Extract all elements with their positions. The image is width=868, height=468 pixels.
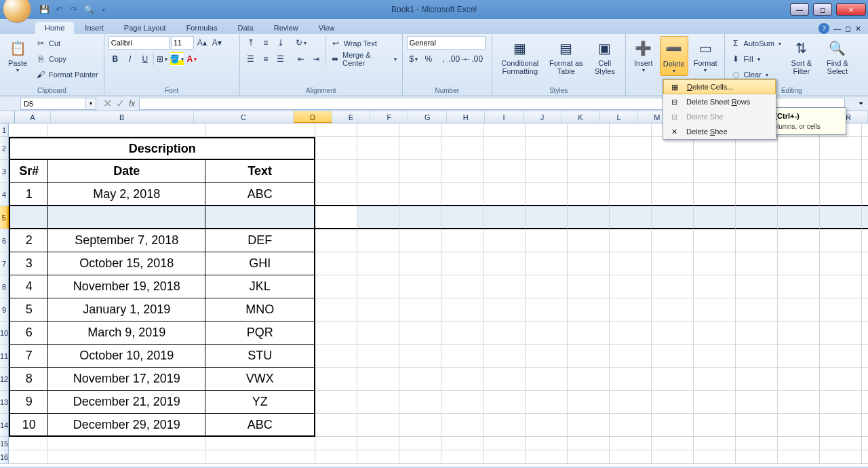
cell[interactable]: [736, 137, 778, 160]
cell[interactable]: [441, 252, 484, 275]
row-header-1[interactable]: 1: [0, 123, 9, 137]
cell[interactable]: [399, 321, 441, 345]
cell[interactable]: 6: [9, 321, 48, 345]
cell[interactable]: [568, 391, 610, 414]
underline-icon[interactable]: U: [138, 52, 152, 66]
cell[interactable]: [610, 414, 652, 437]
cell[interactable]: [315, 123, 357, 137]
cell[interactable]: [736, 275, 778, 298]
col-header-F[interactable]: F: [370, 111, 408, 123]
cell[interactable]: [48, 123, 205, 137]
fill-color-icon[interactable]: 🪣: [170, 52, 184, 66]
cell-styles-button[interactable]: ▣Cell Styles: [589, 36, 621, 77]
align-middle-icon[interactable]: ≡: [259, 36, 273, 50]
fx-icon[interactable]: fx: [129, 99, 135, 109]
cell[interactable]: [357, 368, 399, 391]
cell[interactable]: [484, 437, 526, 450]
cell[interactable]: [820, 345, 862, 368]
cell[interactable]: 2: [9, 229, 48, 252]
currency-icon[interactable]: $: [407, 52, 420, 66]
row-header-9[interactable]: 9: [0, 298, 9, 321]
cell[interactable]: [526, 252, 568, 275]
cell[interactable]: [568, 252, 610, 275]
row-header-4[interactable]: 4: [0, 183, 9, 206]
cell[interactable]: November 17, 2019: [48, 368, 205, 391]
cell[interactable]: [399, 450, 441, 464]
cell[interactable]: [694, 275, 736, 298]
cell[interactable]: [610, 275, 652, 298]
cell[interactable]: [862, 206, 868, 229]
cell[interactable]: [441, 450, 484, 464]
cell[interactable]: [484, 298, 526, 321]
italic-icon[interactable]: I: [123, 52, 137, 66]
cell-description[interactable]: Description: [9, 137, 315, 160]
cell[interactable]: [694, 298, 736, 321]
col-header-L[interactable]: L: [600, 111, 638, 123]
cell[interactable]: [441, 391, 484, 414]
cell[interactable]: [526, 450, 568, 464]
cell[interactable]: [484, 321, 526, 345]
cell[interactable]: [778, 298, 820, 321]
cell[interactable]: [694, 437, 736, 450]
cell[interactable]: [862, 345, 868, 368]
cell[interactable]: [399, 345, 441, 368]
cell[interactable]: [484, 414, 526, 437]
cell[interactable]: [568, 275, 610, 298]
cut-button[interactable]: ✂Cut: [34, 36, 100, 51]
cell[interactable]: [357, 183, 399, 206]
cell[interactable]: [694, 160, 736, 183]
cell[interactable]: [862, 160, 868, 183]
cell[interactable]: [357, 450, 399, 464]
menu-delete-rows[interactable]: ⊟ Delete Sheet Rows: [663, 94, 776, 109]
cell[interactable]: [526, 183, 568, 206]
cell[interactable]: [736, 206, 778, 229]
cell[interactable]: January 1, 2019: [48, 298, 205, 321]
align-left-icon[interactable]: ☰: [244, 52, 258, 66]
cell[interactable]: [484, 123, 526, 137]
cell[interactable]: [399, 123, 441, 137]
format-as-table-button[interactable]: ▤Format as Table: [547, 36, 586, 77]
tab-home[interactable]: Home: [35, 22, 74, 34]
number-format-input[interactable]: [407, 36, 486, 50]
cell[interactable]: [652, 414, 694, 437]
maximize-button[interactable]: ◻: [813, 3, 832, 16]
cell[interactable]: [820, 252, 862, 275]
cell[interactable]: [48, 450, 205, 464]
cell[interactable]: ABC: [205, 183, 315, 206]
fill-button[interactable]: ⬇Fill: [729, 52, 783, 66]
cell[interactable]: [610, 137, 652, 160]
cell[interactable]: [357, 160, 399, 183]
formula-expand-icon[interactable]: ⏷: [859, 100, 868, 106]
cell[interactable]: [610, 206, 652, 229]
cell[interactable]: [610, 321, 652, 345]
insert-cells-button[interactable]: ➕Insert▾: [630, 36, 657, 75]
cell[interactable]: [568, 414, 610, 437]
cell-active[interactable]: [315, 206, 357, 229]
border-icon[interactable]: ⊞: [155, 52, 169, 66]
cell[interactable]: [315, 252, 357, 275]
cell[interactable]: [441, 123, 484, 137]
cell[interactable]: [862, 450, 868, 464]
decrease-decimal-icon[interactable]: ←.00: [467, 52, 480, 66]
cell[interactable]: [862, 183, 868, 206]
cell[interactable]: [441, 229, 484, 252]
cell[interactable]: [652, 321, 694, 345]
cell[interactable]: [315, 450, 357, 464]
cell[interactable]: [568, 160, 610, 183]
cell[interactable]: [778, 345, 820, 368]
cell[interactable]: VWX: [205, 368, 315, 391]
cell[interactable]: [610, 450, 652, 464]
minimize-button[interactable]: —: [790, 3, 809, 16]
cell[interactable]: [399, 368, 441, 391]
cell[interactable]: [357, 206, 399, 229]
redo-icon[interactable]: ↷: [68, 3, 80, 16]
format-painter-button[interactable]: 🖌Format Painter: [34, 67, 100, 82]
cell[interactable]: [441, 437, 484, 450]
delete-cells-button[interactable]: ➖Delete▾: [660, 36, 688, 76]
cell-header-sr[interactable]: Sr#: [9, 160, 48, 183]
wrap-text-button[interactable]: ↩Wrap Text: [329, 36, 398, 51]
doc-restore-icon[interactable]: ◻: [845, 24, 851, 33]
col-header-D[interactable]: D: [294, 111, 332, 123]
align-right-icon[interactable]: ☰: [274, 52, 288, 66]
align-bottom-icon[interactable]: ⤓: [274, 36, 288, 50]
